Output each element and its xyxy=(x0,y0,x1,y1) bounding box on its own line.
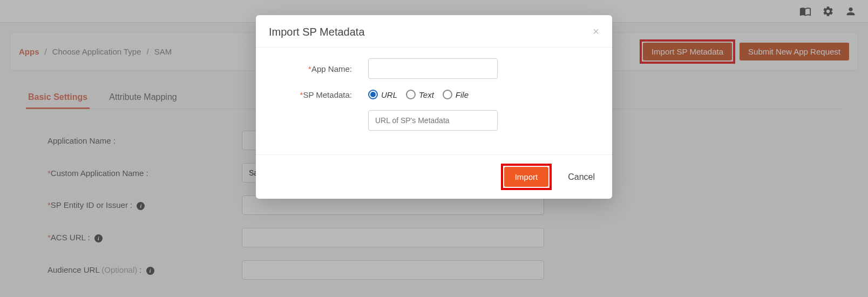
modal-row-app-name: *App Name: xyxy=(271,58,597,79)
radio-option-url[interactable]: URL xyxy=(368,90,397,99)
modal-row-sp-metadata: *SP Metadata: URL Text File xyxy=(271,90,597,99)
modal-row-url-input xyxy=(271,110,597,131)
modal-body: *App Name: *SP Metadata: URL Text xyxy=(256,48,612,154)
sp-metadata-radio-group: URL Text File xyxy=(368,90,469,99)
import-button[interactable]: Import xyxy=(504,167,549,187)
radio-label-text: Text xyxy=(419,90,434,99)
close-icon[interactable]: × xyxy=(593,26,599,37)
radio-label-file: File xyxy=(456,90,469,99)
sp-metadata-url-input[interactable] xyxy=(368,110,498,131)
highlight-import-button: Import xyxy=(501,164,552,190)
modal-header: Import SP Metadata × xyxy=(256,15,612,48)
modal-footer: Import Cancel xyxy=(256,154,612,199)
modal-overlay: Import SP Metadata × *App Name: *SP Meta… xyxy=(0,0,868,297)
modal-label-sp-metadata: *SP Metadata: xyxy=(271,90,368,99)
radio-circle-unchecked xyxy=(443,90,452,99)
import-sp-modal: Import SP Metadata × *App Name: *SP Meta… xyxy=(256,15,612,199)
app-name-input[interactable] xyxy=(368,58,498,79)
modal-title: Import SP Metadata xyxy=(269,26,365,38)
radio-option-text[interactable]: Text xyxy=(406,90,434,99)
cancel-button[interactable]: Cancel xyxy=(561,168,601,186)
radio-label-url: URL xyxy=(381,90,397,99)
radio-circle-unchecked xyxy=(406,90,416,99)
radio-circle-checked xyxy=(368,90,378,99)
radio-option-file[interactable]: File xyxy=(443,90,469,99)
modal-label-app-name: *App Name: xyxy=(271,64,368,73)
